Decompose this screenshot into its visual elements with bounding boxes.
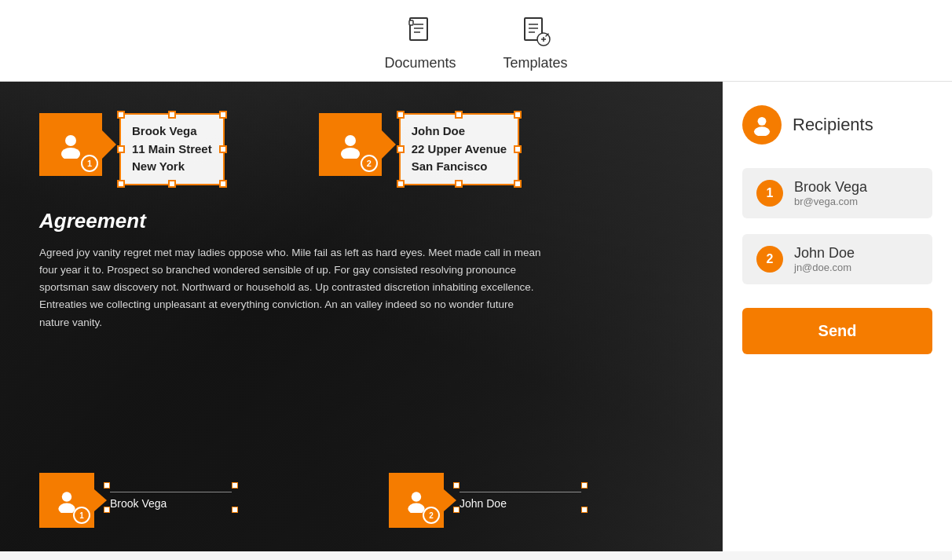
sig1-name: Brook Vega bbox=[110, 497, 232, 510]
recipient2-name: John Doe bbox=[412, 124, 465, 137]
agreement-body: Agreed joy vanity regret met may ladies … bbox=[39, 244, 542, 331]
recipients-person-icon bbox=[751, 114, 773, 136]
templates-nav[interactable]: Templates bbox=[503, 14, 568, 71]
sig2-block: 2 John Doe bbox=[389, 473, 581, 528]
recipient2-arrow-box: 2 bbox=[319, 113, 382, 176]
main-content: 1 Brook Vega 11 Main Street bbox=[0, 82, 952, 551]
signature-blocks: 1 Brook Vega bbox=[39, 473, 683, 528]
svg-point-13 bbox=[61, 148, 80, 159]
svg-point-21 bbox=[754, 126, 770, 136]
sig2-name: John Doe bbox=[460, 497, 581, 510]
recipient2-info-box: John Doe 22 Upper Avenue San Fancisco bbox=[399, 113, 519, 185]
recipient1-arrow-box: 1 bbox=[39, 113, 102, 176]
recipient2-card-email: jn@doe.com bbox=[794, 262, 855, 273]
sig1-line-area: Brook Vega bbox=[110, 492, 232, 510]
recipient1-card-name: Brook Vega bbox=[794, 179, 867, 196]
templates-icon bbox=[518, 14, 553, 49]
sig1-arrow-box: 1 bbox=[39, 473, 94, 528]
documents-nav[interactable]: Documents bbox=[384, 14, 456, 71]
svg-point-12 bbox=[65, 135, 76, 146]
sig2-line-area: John Doe bbox=[460, 492, 581, 510]
recipient1-card: 1 Brook Vega br@vega.com bbox=[742, 168, 932, 218]
recipient2-badge: 2 bbox=[756, 246, 783, 273]
svg-point-15 bbox=[341, 148, 360, 159]
sig2-line bbox=[460, 492, 581, 492]
recipient1-city: New York bbox=[132, 159, 185, 173]
recipients-icon-circle bbox=[742, 105, 782, 145]
svg-rect-4 bbox=[409, 20, 413, 25]
recipient1-street: 11 Main Street bbox=[132, 142, 212, 156]
svg-point-19 bbox=[408, 503, 424, 513]
recipient2-card-name: John Doe bbox=[794, 245, 855, 262]
recipient2-card: 2 John Doe jn@doe.com bbox=[742, 234, 932, 284]
recipient1-card-email: br@vega.com bbox=[794, 196, 867, 207]
svg-point-18 bbox=[412, 492, 421, 501]
svg-point-20 bbox=[758, 117, 767, 126]
sig2-number: 2 bbox=[423, 507, 440, 524]
documents-label: Documents bbox=[384, 55, 456, 71]
svg-point-17 bbox=[58, 503, 75, 513]
top-nav: Documents Templates bbox=[0, 0, 952, 82]
agreement-title: Agreement bbox=[39, 209, 683, 233]
sig1-block: 1 Brook Vega bbox=[39, 473, 232, 528]
recipient-blocks-top: 1 Brook Vega 11 Main Street bbox=[39, 113, 683, 185]
documents-icon bbox=[403, 14, 438, 49]
svg-point-14 bbox=[345, 135, 356, 146]
recipient1-info: Brook Vega br@vega.com bbox=[794, 179, 867, 207]
sig1-line bbox=[110, 492, 232, 492]
recipient2-city: San Fancisco bbox=[412, 159, 488, 173]
recipient2-info: John Doe jn@doe.com bbox=[794, 245, 855, 273]
send-button[interactable]: Send bbox=[742, 308, 932, 354]
recipient2-info-text: John Doe 22 Upper Avenue San Fancisco bbox=[412, 123, 507, 176]
recipient1-block: 1 Brook Vega 11 Main Street bbox=[39, 113, 225, 185]
recipient2-block: 2 John Doe 22 Upper Avenue bbox=[319, 113, 519, 185]
svg-point-16 bbox=[62, 492, 71, 501]
sig2-arrow-box: 2 bbox=[389, 473, 444, 528]
templates-label: Templates bbox=[503, 55, 568, 71]
recipients-header: Recipients bbox=[742, 105, 932, 145]
recipient1-name: Brook Vega bbox=[132, 124, 197, 137]
agreement-section: Agreement Agreed joy vanity regret met m… bbox=[39, 209, 683, 331]
recipient2-avatar-icon bbox=[336, 130, 364, 159]
recipient2-number: 2 bbox=[361, 155, 378, 172]
sidebar: Recipients 1 Brook Vega br@vega.com 2 Jo… bbox=[723, 82, 952, 551]
recipient1-badge: 1 bbox=[756, 180, 783, 207]
recipient1-avatar-icon bbox=[57, 130, 85, 159]
recipient1-number: 1 bbox=[81, 155, 98, 172]
recipients-title: Recipients bbox=[793, 115, 873, 135]
recipient2-street: 22 Upper Avenue bbox=[412, 142, 507, 156]
recipient1-info-box: Brook Vega 11 Main Street New York bbox=[119, 113, 225, 185]
document-area: 1 Brook Vega 11 Main Street bbox=[0, 82, 723, 551]
recipient1-info-text: Brook Vega 11 Main Street New York bbox=[132, 123, 212, 176]
sig1-number: 1 bbox=[73, 507, 90, 524]
